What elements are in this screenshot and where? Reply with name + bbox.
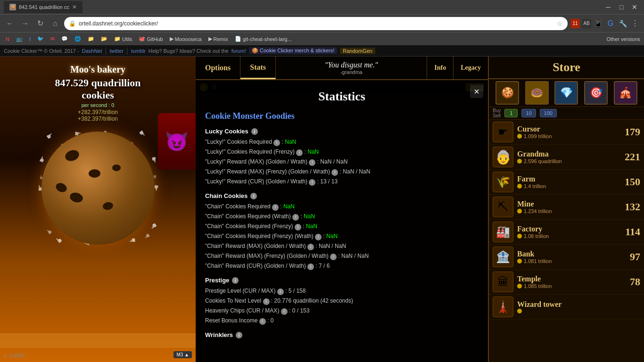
bookmark-mooooseca[interactable]: ▶ Mooooseca — [168, 35, 204, 43]
bookmark-site1[interactable]: 🌐 — [73, 35, 83, 43]
mine-name: Mine — [517, 200, 618, 208]
qty-10-btn[interactable]: 10 — [521, 109, 536, 117]
bookmark-site3[interactable]: 📂 — [99, 35, 109, 43]
gmail-icon: ✉ — [50, 36, 55, 42]
bookmark-utils[interactable]: 📁 Utils — [112, 35, 134, 43]
chain-row-3-info[interactable]: i — [295, 224, 301, 230]
store-item-cursor[interactable]: ☛ Cursor 1.099 trillion 179 — [489, 120, 644, 145]
temple-icon: 🏛 — [493, 272, 513, 292]
bookmark-twitch[interactable]: 📺 — [14, 35, 25, 43]
stats-button[interactable]: Stats — [240, 57, 276, 79]
chain-row-7-info[interactable]: i — [307, 263, 314, 270]
extension-1[interactable]: 11 — [570, 19, 580, 28]
tumblr-link[interactable]: tumblr — [131, 48, 146, 54]
bookmark-git[interactable]: 📄 git-cheat-sheet-larg... — [233, 35, 294, 43]
twitter-link[interactable]: twitter — [110, 48, 124, 54]
menu-button[interactable]: ⋮ — [630, 18, 640, 29]
store-item-bank[interactable]: 🏦 Bank 1.081 trillion 97 — [489, 245, 644, 270]
grandma-speaker: -grandma — [340, 69, 363, 75]
chain-row-4-info[interactable]: i — [315, 234, 322, 240]
refresh-button[interactable]: ↻ — [34, 17, 46, 30]
grandma-store-icon: 👵 — [493, 147, 513, 167]
star-icon[interactable]: ☆ — [557, 20, 563, 27]
home-button[interactable]: ⌂ — [49, 17, 61, 30]
chain-row-1-info[interactable]: i — [272, 204, 279, 211]
upgrade-icon-5[interactable]: 🎪 — [614, 81, 637, 105]
store-item-factory[interactable]: 🏭 Factory 1.08 trillion 114 — [489, 220, 644, 245]
chain-row-5-info[interactable]: i — [307, 244, 314, 250]
other-versions[interactable]: Other versions — [606, 36, 640, 42]
chain-cookies-category: Chain Cookies i — [205, 192, 479, 199]
store-item-wizard[interactable]: 🗼 Wizard tower — [489, 295, 644, 320]
extension-3[interactable]: 📱 — [593, 18, 603, 29]
extension-4[interactable]: G — [605, 18, 616, 29]
mine-count: 132 — [621, 201, 640, 213]
store-item-grandma[interactable]: 👵 Grandma 2.596 quadrillion 221 — [489, 145, 644, 170]
options-button[interactable]: Options — [196, 57, 240, 79]
mine-icon: ⛏ — [493, 197, 513, 217]
random-gen-link[interactable]: RandomGen — [340, 48, 375, 54]
prestige-row-3-info[interactable]: i — [281, 308, 288, 315]
bookmark-site2[interactable]: 📁 — [86, 35, 96, 43]
big-cookie[interactable] — [41, 132, 155, 245]
prestige-row-1-info[interactable]: i — [277, 288, 284, 295]
bookmark-facebook[interactable]: f — [27, 35, 33, 43]
bookmark-netflix[interactable]: N — [4, 35, 11, 43]
chain-info-icon[interactable]: i — [250, 193, 257, 199]
close-btn[interactable]: ✕ — [629, 3, 640, 11]
tab-title: 842.541 quadrillion cc — [19, 4, 69, 10]
modal-close-button[interactable]: × — [470, 85, 483, 98]
extension-5[interactable]: 🔧 — [618, 18, 628, 29]
merch-link[interactable]: 🍪 Cookie Clicker merch & stickers! — [249, 47, 337, 54]
lucky-row-4-info[interactable]: i — [331, 169, 338, 176]
info-button[interactable]: Info — [427, 57, 453, 79]
maximize-btn[interactable]: □ — [616, 3, 627, 11]
grandma-name: Grandma — [517, 150, 618, 158]
statistics-modal: × Statistics Cookie Monster Goodies Luck… — [196, 80, 488, 362]
store-item-mine[interactable]: ⛏ Mine 1.234 trillion 132 — [489, 195, 644, 220]
active-tab[interactable]: 🍪 842.541 quadrillion cc ✕ — [4, 1, 83, 13]
bank-name: Bank — [517, 250, 618, 258]
dashnet-link[interactable]: DashNet — [82, 48, 102, 54]
lucky-row-3-info[interactable]: i — [309, 159, 315, 166]
legacy-button[interactable]: Legacy — [453, 57, 488, 79]
upgrade-icon-1[interactable]: 🍪 — [495, 81, 519, 105]
bookmark-gmail[interactable]: ✉ — [49, 35, 57, 43]
chain-row-2-info[interactable]: i — [292, 214, 299, 221]
chain-row-6-info[interactable]: i — [330, 254, 337, 260]
qty-100-btn[interactable]: 100 — [540, 109, 557, 117]
tab-close-btn[interactable]: ✕ — [72, 4, 77, 10]
extension-2[interactable]: AB — [582, 19, 591, 28]
upgrade-icon-3[interactable]: 💎 — [554, 81, 578, 105]
address-bar[interactable]: 🔒 orteil.dashnet.org/cookieclicker/ ☆ — [64, 17, 568, 30]
back-button[interactable]: ← — [4, 17, 16, 30]
upgrade-icon-2[interactable]: 🍩 — [525, 81, 549, 105]
middle-panel: Options Stats "You disgust me." -grandma… — [196, 57, 488, 362]
lucky-row-2: "Lucky!" Cookies Required (Frenzy) i : N… — [205, 148, 479, 156]
minimize-btn[interactable]: ─ — [603, 3, 614, 11]
prestige-row-2-info[interactable]: i — [263, 298, 270, 305]
game-area: Moo's bakery 847.529 quadrillion cookies… — [0, 57, 644, 362]
upgrade-icon-4[interactable]: 🎯 — [584, 81, 608, 105]
store-item-farm[interactable]: 🌾 Farm 1.4 trillion 150 — [489, 170, 644, 195]
bookmark-twitter[interactable]: 🐦 — [35, 35, 46, 43]
wrinklers-info-icon[interactable]: i — [236, 332, 242, 338]
store-item-temple[interactable]: 🏛 Temple 1.085 trillion 78 — [489, 270, 644, 295]
prestige-info-icon[interactable]: i — [232, 277, 239, 284]
lucky-info-icon[interactable]: i — [251, 128, 258, 135]
mine-info: Mine 1.234 trillion — [517, 200, 618, 214]
lucky-row-2-info[interactable]: i — [296, 149, 303, 156]
lucky-row-1-info[interactable]: i — [273, 140, 280, 146]
buy-sell-bar: Buy Sell 1 10 100 — [489, 107, 644, 120]
bookmark-whatsapp[interactable]: 💬 — [59, 35, 70, 43]
cookie-area[interactable]: ☛ ☛ ☛ ☛ ☛ ☛ ☛ ☛ ☛ ☛ ☛ ☛ ☛ ☛ — [32, 122, 164, 254]
prestige-row-4-info[interactable]: i — [259, 318, 266, 325]
bookmark-remix[interactable]: ▶ Remix — [206, 35, 230, 43]
qty-1-btn[interactable]: 1 — [504, 109, 518, 117]
forum-link[interactable]: forum! — [231, 48, 246, 54]
bookmark-github[interactable]: 🐙 GitHub — [137, 35, 165, 43]
chrome-tabs: 🍪 842.541 quadrillion cc ✕ — [4, 1, 83, 13]
lucky-row-5-info[interactable]: i — [309, 179, 315, 186]
forward-button[interactable]: → — [19, 17, 31, 30]
cursor-coin-icon — [517, 134, 522, 139]
